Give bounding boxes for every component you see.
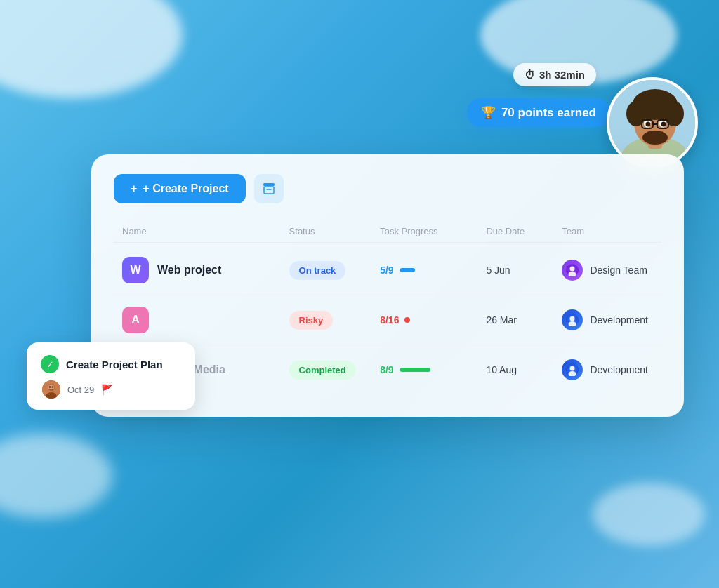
svg-rect-18 xyxy=(264,187,274,194)
team-name-dev-2: Development xyxy=(590,364,648,375)
team-name-design: Design Team xyxy=(590,265,647,276)
task-progress-social: 8/9 xyxy=(380,364,486,375)
team-icon-dev-2 xyxy=(562,359,583,380)
dev-team-icon-1 xyxy=(566,314,579,326)
svg-rect-17 xyxy=(263,183,275,186)
plus-icon: + xyxy=(131,182,137,195)
col-due-date: Due Date xyxy=(486,226,562,236)
table-row: A Risky 8/16 26 Mar Development xyxy=(114,295,661,345)
svg-point-21 xyxy=(570,267,575,272)
team-icon-dev-1 xyxy=(562,309,583,330)
progress-bar-fill-web xyxy=(400,268,415,272)
status-cell-social: Completed xyxy=(289,361,381,380)
col-name: Name xyxy=(122,226,289,236)
cloud-decoration-4 xyxy=(593,483,705,546)
team-cell-social: Development xyxy=(562,359,653,380)
project-name-cell-app: A xyxy=(122,307,289,333)
toolbar: + + Create Project xyxy=(114,174,661,203)
project-icon-app: A xyxy=(122,307,149,333)
points-icon: 🏆 xyxy=(481,105,496,120)
col-team: Team xyxy=(562,226,653,236)
project-icon-web: W xyxy=(122,257,149,283)
table-row: S Social Media Completed 8/9 10 Aug Deve… xyxy=(114,345,661,394)
task-progress-web: 5/9 xyxy=(380,265,486,276)
tooltip-title-row: ✓ Create Project Plan xyxy=(41,355,181,373)
team-icon-design xyxy=(562,260,583,281)
cloud-decoration-3 xyxy=(0,434,112,518)
status-badge-on-track: On track xyxy=(289,261,346,280)
svg-point-11 xyxy=(646,122,651,127)
progress-bar-fill-social xyxy=(400,368,431,372)
due-date-social: 10 Aug xyxy=(486,364,562,375)
status-badge-completed: Completed xyxy=(289,361,356,380)
timer-badge: ⏱ 3h 32min xyxy=(513,63,596,86)
col-task-progress: Task Progress xyxy=(380,226,486,236)
task-progress-app: 8/16 xyxy=(380,314,486,326)
progress-bar-bg-social xyxy=(400,368,435,372)
svg-point-12 xyxy=(661,122,666,127)
archive-button[interactable] xyxy=(254,174,284,203)
status-cell-web: On track xyxy=(289,261,381,280)
svg-point-27 xyxy=(570,366,575,371)
cloud-decoration-1 xyxy=(0,0,183,98)
svg-point-8 xyxy=(652,93,677,112)
create-project-button[interactable]: + + Create Project xyxy=(114,174,246,203)
tooltip-date: Oct 29 xyxy=(67,385,94,395)
timer-text: 3h 32min xyxy=(539,69,585,81)
tooltip-meta-row: Oct 29 🚩 xyxy=(41,380,181,399)
tooltip-card: ✓ Create Project Plan Oct 29 🚩 xyxy=(27,342,195,410)
team-cell-web: Design Team xyxy=(562,260,653,281)
project-name-web: Web project xyxy=(157,264,221,276)
project-name-cell-web: W Web project xyxy=(122,257,289,283)
progress-text-social: 8/9 xyxy=(380,364,393,375)
progress-text-web: 5/9 xyxy=(380,265,393,276)
points-badge: 🏆 70 points earned xyxy=(467,98,610,127)
design-team-icon xyxy=(566,264,579,276)
team-name-dev-1: Development xyxy=(590,314,648,326)
status-badge-risky: Risky xyxy=(289,311,334,330)
table-header: Name Status Task Progress Due Date Team xyxy=(114,220,661,243)
tooltip-title: Create Project Plan xyxy=(66,359,163,370)
progress-bar-bg-web xyxy=(400,268,428,272)
flag-icon: 🚩 xyxy=(101,384,113,395)
create-button-label: + Create Project xyxy=(143,182,228,195)
dev-team-icon-2 xyxy=(566,363,579,376)
progress-dot-red xyxy=(404,317,410,323)
progress-text-app: 8/16 xyxy=(380,314,399,326)
check-circle-icon: ✓ xyxy=(41,355,59,373)
archive-icon xyxy=(262,182,276,196)
status-cell-app: Risky xyxy=(289,311,381,330)
due-date-app: 26 Mar xyxy=(486,314,562,326)
team-cell-app: Development xyxy=(562,309,653,330)
col-status: Status xyxy=(289,226,381,236)
svg-point-24 xyxy=(570,316,575,321)
points-text: 70 points earned xyxy=(501,106,596,120)
svg-point-34 xyxy=(52,386,53,387)
svg-point-33 xyxy=(49,386,51,387)
svg-point-16 xyxy=(642,131,668,145)
tooltip-user-avatar xyxy=(42,380,60,399)
due-date-web: 5 Jun xyxy=(486,265,562,276)
timer-icon: ⏱ xyxy=(525,69,535,81)
table-row: W Web project On track 5/9 5 Jun Design … xyxy=(114,246,661,295)
tooltip-avatar xyxy=(42,380,60,399)
